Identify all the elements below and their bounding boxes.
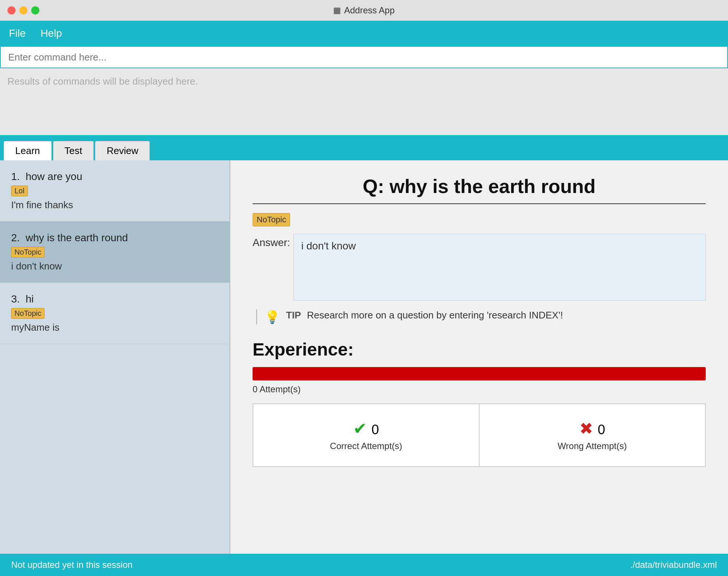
- qa-answer-2: i don't know: [11, 261, 218, 272]
- qa-num-title-3: 3. hi: [11, 293, 218, 305]
- qa-num-title-2: 2. why is the earth round: [11, 232, 218, 244]
- tip-label: TIP: [286, 310, 301, 321]
- app-icon: ▦: [333, 6, 341, 15]
- qa-answer-3: myName is: [11, 322, 218, 333]
- statusbar-left: Not updated yet in this session: [11, 560, 133, 570]
- close-button[interactable]: [7, 6, 16, 14]
- maximize-button[interactable]: [31, 6, 39, 14]
- tab-review[interactable]: Review: [95, 141, 150, 160]
- xp-bar-fill: [253, 367, 706, 380]
- lightbulb-icon: 💡: [264, 310, 280, 324]
- correct-stat-cell: ✔ 0 Correct Attempt(s): [253, 404, 479, 467]
- list-item[interactable]: 1. how are you Lol I'm fine thanks: [0, 160, 230, 222]
- qa-tag-3: NoTopic: [11, 308, 45, 319]
- qa-tag-2: NoTopic: [11, 247, 45, 258]
- answer-row: Answer: i don't know: [253, 234, 706, 301]
- stats-grid: ✔ 0 Correct Attempt(s) ✖ 0 Wrong Attempt…: [253, 403, 706, 467]
- checkmark-icon: ✔: [353, 419, 367, 438]
- answer-box: i don't know: [293, 234, 706, 301]
- correct-count: 0: [371, 422, 379, 437]
- detail-panel: Q: why is the earth round NoTopic Answer…: [230, 160, 728, 576]
- answer-label: Answer:: [253, 234, 293, 249]
- qa-list-panel: 1. how are you Lol I'm fine thanks 2. wh…: [0, 160, 230, 576]
- attempts-label: 0 Attempt(s): [253, 384, 706, 395]
- tip-text: Research more on a question by entering …: [307, 310, 563, 321]
- window-controls[interactable]: [7, 6, 39, 14]
- topic-tag: NoTopic: [253, 213, 290, 226]
- command-input[interactable]: [1, 47, 727, 68]
- xmark-icon: ✖: [579, 419, 593, 438]
- experience-title: Experience:: [253, 339, 706, 360]
- tabbar: Learn Test Review: [0, 135, 728, 160]
- wrong-stat-row: ✖ 0: [487, 419, 698, 438]
- titlebar: ▦ Address App: [0, 0, 728, 21]
- command-area: Results of commands will be displayed he…: [0, 46, 728, 135]
- correct-stat-row: ✔ 0: [261, 419, 471, 438]
- wrong-stat-cell: ✖ 0 Wrong Attempt(s): [479, 404, 705, 467]
- qa-num-title-1: 1. how are you: [11, 171, 218, 183]
- minimize-button[interactable]: [19, 6, 27, 14]
- xp-bar: [253, 367, 706, 380]
- window-title: ▦ Address App: [333, 5, 394, 16]
- menu-help[interactable]: Help: [40, 27, 62, 39]
- command-results: Results of commands will be displayed he…: [0, 68, 728, 135]
- list-item[interactable]: 3. hi NoTopic myName is: [0, 283, 230, 344]
- tab-test[interactable]: Test: [53, 141, 94, 160]
- tab-learn[interactable]: Learn: [4, 141, 52, 160]
- list-item[interactable]: 2. why is the earth round NoTopic i don'…: [0, 222, 230, 283]
- wrong-count: 0: [598, 422, 605, 437]
- statusbar: Not updated yet in this session ./data/t…: [0, 554, 728, 576]
- wrong-label: Wrong Attempt(s): [487, 441, 698, 451]
- correct-label: Correct Attempt(s): [261, 441, 471, 451]
- tip-row: 💡 TIP Research more on a question by ent…: [256, 310, 706, 324]
- app-title-text: Address App: [344, 5, 394, 16]
- menubar: File Help: [0, 21, 728, 46]
- qa-answer-1: I'm fine thanks: [11, 199, 218, 211]
- question-title: Q: why is the earth round: [253, 175, 706, 197]
- question-divider: [253, 203, 706, 204]
- menu-file[interactable]: File: [9, 27, 26, 39]
- qa-tag-1: Lol: [11, 186, 28, 196]
- statusbar-right: ./data/triviabundle.xml: [630, 560, 717, 570]
